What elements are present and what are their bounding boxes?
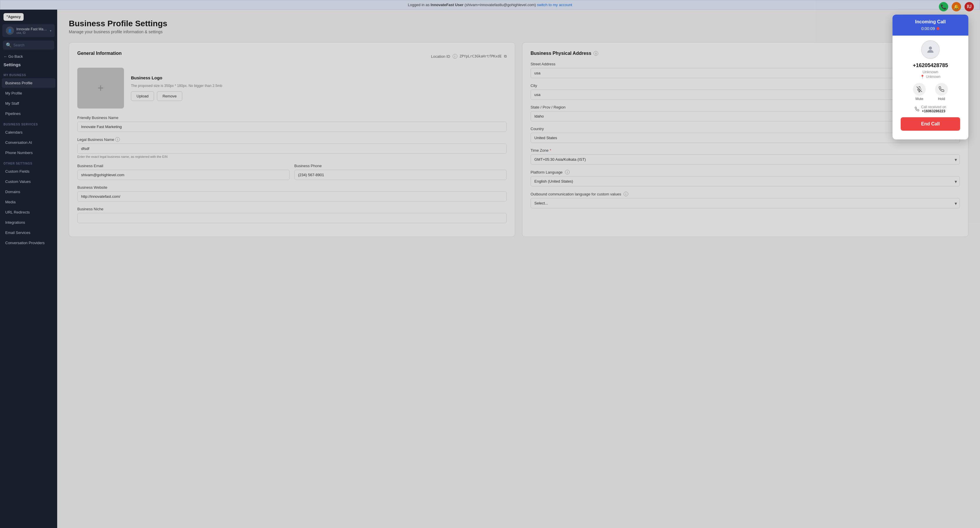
sidebar-account-switcher[interactable]: 👤 Innovate Fast Marke... usa, ID ▾ — [2, 24, 55, 37]
mute-icon — [913, 83, 926, 96]
call-received-label: Call received on — [921, 105, 946, 109]
remove-button[interactable]: Remove — [157, 91, 182, 101]
sidebar-item-my-profile[interactable]: My Profile — [2, 88, 56, 98]
legal-name-hint: Enter the exact legal business name, as … — [77, 155, 507, 158]
caller-avatar — [921, 40, 940, 59]
call-received-icon — [915, 107, 920, 111]
account-icon: 👤 — [6, 27, 14, 35]
upload-button[interactable]: Upload — [131, 91, 154, 101]
website-group: Business Website — [77, 185, 507, 202]
avatar-icon-btn[interactable]: IU — [964, 2, 974, 11]
sidebar-item-label: Custom Fields — [5, 169, 29, 173]
sidebar-item-label: Media — [5, 200, 16, 204]
hold-label: Hold — [938, 97, 945, 101]
sidebar-item-calendars[interactable]: Calendars — [2, 127, 56, 137]
phone-input[interactable] — [294, 170, 507, 180]
sidebar-item-business-profile[interactable]: Business Profile — [2, 78, 56, 88]
niche-input[interactable] — [77, 213, 507, 223]
call-controls: Mute Hold — [897, 83, 964, 101]
sidebar-item-my-staff[interactable]: My Staff — [2, 99, 56, 108]
account-name: Innovate Fast Marke... — [16, 27, 48, 31]
sidebar-item-conversation-providers[interactable]: Conversation Providers — [2, 238, 56, 248]
svg-point-0 — [929, 46, 932, 49]
timezone-select[interactable]: GMT+05:30 Asia/Kolkata (IST) — [531, 154, 960, 165]
mute-button[interactable]: Mute — [913, 83, 926, 101]
address-info-icon: i — [593, 51, 598, 56]
call-popup-body: +16205428785 Unknown 📍 Unknown Mute — [892, 36, 968, 140]
website-input[interactable] — [77, 191, 507, 202]
sidebar-item-label: My Profile — [5, 91, 22, 95]
content-grid: General Information Location ID i ZPYpLr… — [69, 42, 968, 237]
sidebar-item-conversation-ai[interactable]: Conversation AI — [2, 138, 56, 147]
account-info: Innovate Fast Marke... usa, ID — [16, 27, 48, 34]
page-subtitle: Manage your business profile information… — [69, 29, 968, 34]
sidebar-item-pipelines[interactable]: Pipelines — [2, 109, 56, 118]
location-id-value: ZPYpLrC3GkaHrtfPKxdE — [460, 54, 502, 58]
legal-name-label: Legal Business Name i — [77, 137, 507, 142]
hold-button[interactable]: Hold — [935, 83, 948, 101]
call-popup-header: Incoming Call 0:00:09 — [892, 14, 968, 36]
banner-email: (shivam+innovatefastlu@gohighlevel.com) — [465, 3, 536, 7]
sidebar-search-area[interactable]: 🔍 ⌘K ⚡ — [3, 41, 54, 49]
banner-switch-link[interactable]: switch to my account — [537, 3, 572, 7]
legal-name-input[interactable] — [77, 143, 507, 154]
outbound-lang-group: Outbound communication language for cust… — [531, 192, 960, 208]
sidebar-item-email-services[interactable]: Email Services — [2, 228, 56, 237]
go-back-button[interactable]: ← Go Back — [0, 52, 57, 61]
sidebar-item-domains[interactable]: Domains — [2, 187, 56, 197]
friendly-name-input[interactable] — [77, 122, 507, 132]
top-right-icons: 📞 🔔 IU — [939, 2, 974, 11]
logo-placeholder: + — [77, 68, 124, 108]
account-sub: usa, ID — [16, 31, 48, 34]
outbound-lang-select[interactable]: Select... — [531, 198, 960, 208]
sidebar-item-label: URL Redirects — [5, 210, 30, 215]
search-input[interactable] — [13, 43, 57, 47]
location-id-info-icon: i — [453, 54, 457, 59]
phone-icon-btn[interactable]: 📞 — [939, 2, 948, 11]
go-back-label: ← Go Back — [3, 54, 23, 59]
agency-logo: "Agency — [3, 13, 24, 21]
call-timer-dot — [937, 27, 939, 30]
platform-lang-info-icon: i — [565, 170, 570, 175]
outbound-lang-select-wrapper: Select... — [531, 198, 960, 208]
sidebar-item-media[interactable]: Media — [2, 197, 56, 207]
top-banner: Logged in as InnovateFast User (shivam+i… — [0, 0, 980, 10]
sidebar-item-label: Calendars — [5, 130, 22, 135]
main-content: Business Profile Settings Manage your bu… — [57, 10, 980, 528]
caller-location: 📍 Unknown — [897, 75, 964, 79]
caller-name: Unknown — [897, 70, 964, 74]
platform-lang-group: Platform Language i English (United Stat… — [531, 170, 960, 186]
call-received-info: Call received on +16063286223 — [897, 105, 964, 113]
bell-icon-btn[interactable]: 🔔 — [952, 2, 961, 11]
sidebar-item-label: Business Profile — [5, 81, 32, 85]
email-input[interactable] — [77, 170, 290, 180]
sidebar-item-integrations[interactable]: Integrations — [2, 218, 56, 227]
end-call-button[interactable]: End Call — [900, 117, 960, 131]
friendly-name-group: Friendly Business Name — [77, 116, 507, 132]
legal-name-info-icon: i — [115, 137, 120, 142]
sidebar-item-label: My Staff — [5, 101, 19, 106]
sidebar-item-url-redirects[interactable]: URL Redirects — [2, 207, 56, 217]
page-title: Business Profile Settings — [69, 19, 968, 28]
copy-icon[interactable]: ⧉ — [504, 54, 507, 59]
required-star: * — [550, 148, 551, 153]
general-info-title: General Information — [77, 51, 122, 56]
logo-plus-icon: + — [97, 82, 103, 94]
sidebar-item-label: Pipelines — [5, 111, 21, 116]
phone-label: Business Phone — [294, 164, 507, 168]
platform-lang-select[interactable]: English (United States) — [531, 176, 960, 186]
call-timer-value: 0:00:09 — [921, 26, 935, 31]
outbound-lang-info-icon: i — [624, 192, 628, 196]
sidebar-item-custom-values[interactable]: Custom Values — [2, 177, 56, 186]
sidebar-item-label: Custom Values — [5, 180, 30, 184]
logo-buttons: Upload Remove — [131, 91, 222, 101]
call-received-text: Call received on +16063286223 — [921, 105, 946, 113]
sidebar-item-custom-fields[interactable]: Custom Fields — [2, 167, 56, 176]
niche-label: Business Niche — [77, 207, 507, 211]
sidebar-item-label: Phone Numbers — [5, 151, 33, 155]
website-label: Business Website — [77, 185, 507, 189]
phone-group: Business Phone — [294, 164, 507, 180]
call-received-number: +16063286223 — [921, 109, 946, 113]
sidebar-item-phone-numbers[interactable]: Phone Numbers — [2, 148, 56, 157]
banner-text-prefix: Logged in as — [408, 3, 430, 7]
